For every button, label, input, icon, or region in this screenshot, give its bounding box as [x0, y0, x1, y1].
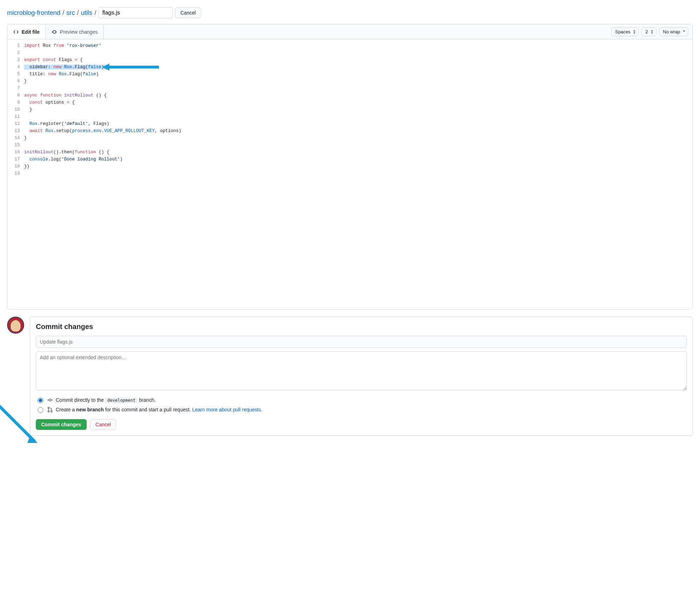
- code-line[interactable]: const options = {: [24, 99, 687, 106]
- editor-panel: Edit file Preview changes Spaces 2 No wr…: [7, 24, 693, 310]
- code-line[interactable]: [24, 85, 687, 92]
- commit-newbranch-radio[interactable]: [38, 407, 43, 413]
- code-line[interactable]: }: [24, 78, 687, 85]
- git-commit-icon: [47, 397, 53, 403]
- git-pull-request-icon: [47, 407, 53, 412]
- code-icon: [13, 29, 19, 35]
- line-gutter: 12345678910111213141516171819: [7, 42, 24, 306]
- commit-summary-input[interactable]: [36, 336, 687, 348]
- indent-size-select[interactable]: 2: [641, 27, 656, 36]
- learn-more-link[interactable]: Learn more about pull requests.: [192, 407, 262, 412]
- updown-icon: [650, 30, 654, 34]
- breadcrumb-repo[interactable]: microblog-frontend: [7, 9, 60, 17]
- filename-input[interactable]: [98, 7, 173, 18]
- indent-size-value: 2: [645, 29, 648, 34]
- tab-preview-label: Preview changes: [60, 29, 98, 35]
- code-line[interactable]: sidebar: new Rox.Flag(false),: [24, 64, 687, 71]
- tab-edit-file[interactable]: Edit file: [7, 25, 46, 39]
- commit-heading: Commit changes: [36, 323, 687, 331]
- code-line[interactable]: async function initRollout () {: [24, 92, 687, 99]
- code-line[interactable]: import Rox from 'rox-browser': [24, 42, 687, 49]
- editor-toolbar: Spaces 2 No wrap: [607, 24, 693, 39]
- avatar: [7, 317, 24, 334]
- arrow-annotation-icon: [0, 393, 41, 443]
- code-line[interactable]: [24, 49, 687, 56]
- svg-point-5: [48, 411, 49, 412]
- commit-cancel-button[interactable]: Cancel: [90, 419, 116, 430]
- commit-actions: Commit changes Cancel: [36, 419, 687, 430]
- commit-direct-option[interactable]: Commit directly to the development branc…: [36, 395, 687, 405]
- commit-box: Commit changes Commit directly to the de…: [30, 317, 693, 436]
- commit-changes-button[interactable]: Commit changes: [36, 419, 87, 430]
- tab-edit-label: Edit file: [22, 29, 40, 35]
- commit-newbranch-option[interactable]: Create a new branch for this commit and …: [36, 405, 687, 414]
- wrap-mode-select[interactable]: No wrap: [659, 27, 688, 36]
- commit-direct-text: Commit directly to the development branc…: [56, 397, 155, 403]
- updown-icon: [682, 30, 686, 34]
- updown-icon: [633, 30, 636, 34]
- code-line[interactable]: }): [24, 163, 687, 170]
- breadcrumb-utils[interactable]: utils: [81, 9, 92, 17]
- tab-preview-changes[interactable]: Preview changes: [46, 25, 104, 39]
- code-editor[interactable]: 12345678910111213141516171819 import Rox…: [7, 39, 693, 309]
- indent-mode-value: Spaces: [615, 29, 630, 34]
- breadcrumb-separator: /: [62, 9, 64, 17]
- code-line[interactable]: title: new Rox.Flag(false): [24, 71, 687, 78]
- code-line[interactable]: }: [24, 135, 687, 142]
- code-line[interactable]: await Rox.setup(process.env.VUE_APP_ROLL…: [24, 127, 687, 135]
- svg-point-6: [51, 411, 52, 412]
- code-line[interactable]: initRollout().then(function () {: [24, 149, 687, 156]
- commit-newbranch-text: Create a new branch for this commit and …: [56, 407, 262, 412]
- code-line[interactable]: export const Flags = {: [24, 56, 687, 64]
- svg-point-4: [48, 407, 49, 409]
- svg-marker-8: [27, 436, 41, 443]
- branch-badge: development: [105, 398, 137, 403]
- code-line[interactable]: [24, 113, 687, 120]
- cancel-button[interactable]: Cancel: [175, 7, 201, 18]
- breadcrumb-separator: /: [94, 9, 96, 17]
- editor-tabs: Edit file Preview changes Spaces 2 No wr…: [7, 24, 693, 39]
- commit-description-input[interactable]: [36, 351, 687, 390]
- code-line[interactable]: [24, 142, 687, 149]
- commit-direct-radio[interactable]: [38, 398, 43, 403]
- code-line[interactable]: }: [24, 106, 687, 113]
- breadcrumb-separator: /: [77, 9, 79, 17]
- svg-marker-7: [0, 394, 36, 443]
- code-line[interactable]: Rox.register('default', Flags): [24, 120, 687, 127]
- eye-icon: [51, 29, 57, 35]
- code-content[interactable]: import Rox from 'rox-browser' export con…: [24, 42, 693, 306]
- indent-mode-select[interactable]: Spaces: [611, 27, 639, 36]
- breadcrumb-src[interactable]: src: [66, 9, 75, 17]
- commit-section: Commit changes Commit directly to the de…: [7, 317, 693, 436]
- svg-point-1: [49, 399, 51, 401]
- breadcrumb: microblog-frontend / src / utils / Cance…: [7, 7, 693, 18]
- code-line[interactable]: console.log('Done loading Rollout'): [24, 156, 687, 163]
- wrap-mode-value: No wrap: [663, 29, 680, 34]
- code-line[interactable]: [24, 170, 687, 177]
